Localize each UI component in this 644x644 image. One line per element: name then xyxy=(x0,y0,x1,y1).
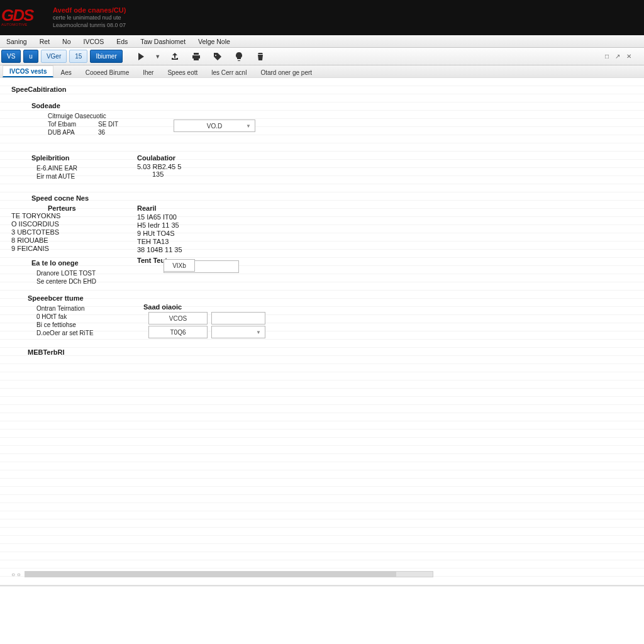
play-dropdown-icon[interactable]: ▼ xyxy=(153,48,163,65)
result-item: 38 104B 11 35 xyxy=(137,246,182,254)
menu-item-eds[interactable]: Eds xyxy=(111,36,133,47)
perteurs-item: O IISCORDIUS xyxy=(11,220,644,228)
bulb-icon[interactable] xyxy=(230,49,248,64)
tab-aes[interactable]: Aes xyxy=(53,67,78,77)
brand-line3: Leaomoolcnal tunrris 08.0 07 xyxy=(53,22,126,30)
brand-line2: certe le uninimated nud ute xyxy=(53,14,126,22)
status-row: ○ ○ xyxy=(0,570,644,579)
calibration-r1: 5.03 RB2.45 5 xyxy=(137,163,181,170)
maximize-icon[interactable]: ↗ xyxy=(615,53,620,60)
minimize-icon[interactable]: □ xyxy=(605,53,609,60)
trash-icon[interactable] xyxy=(251,49,270,64)
content: SpeeCabitiration Sodeade Citrnuige Oasec… xyxy=(0,78,644,600)
speed-tume-r2: 0 HOtT fak xyxy=(36,313,644,321)
chevron-down-icon: ▼ xyxy=(256,330,261,335)
sodeade-r1v: SE DIT xyxy=(98,120,136,128)
perteurs-item: 8 RIOUABE xyxy=(11,236,644,245)
print-icon[interactable] xyxy=(187,49,206,64)
eate-r1: Dranore LOTE TOST xyxy=(36,269,644,277)
result-item: H5 Iedr 11 35 xyxy=(137,221,182,230)
menu-item-ivcos[interactable]: IVCOS xyxy=(78,36,109,47)
font-teunes-right-input[interactable]: VIXb xyxy=(164,259,195,272)
menu-item-ret[interactable]: Ret xyxy=(35,36,55,47)
sodeade-r1k: Tof Etbam xyxy=(48,120,86,128)
toolbar-chip-u[interactable]: u xyxy=(23,50,38,63)
speed-tume-r4: D.oeOer ar set RiTE xyxy=(36,329,644,337)
status-icons: ○ ○ xyxy=(11,571,21,578)
export-icon[interactable] xyxy=(165,49,184,64)
window-controls: □ ↗ ✕ xyxy=(605,48,644,65)
toolbar: VS u VGer 15 Ibiumer ▼ □ ↗ ✕ xyxy=(0,48,644,65)
hscrollbar[interactable] xyxy=(25,571,433,577)
sodeade-r2k: DUB APA xyxy=(48,128,86,136)
section-calibration: Coulabatior xyxy=(137,154,181,162)
vod-select[interactable]: VO.D ▼ xyxy=(174,119,255,132)
speed-tume-r3: Bi ce fettiohse xyxy=(36,321,644,329)
brand-line1: Avedf ode cnanes/CU) xyxy=(53,6,126,14)
tab-les-cerr[interactable]: les Cerr acnl xyxy=(204,67,253,77)
tabstrip: IVCOS vests Aes Cooeed Birume Iher Spees… xyxy=(0,65,644,78)
section-eate: Ea te Io onege xyxy=(31,259,644,267)
toolbar-chip-vger[interactable]: VGer xyxy=(41,50,67,63)
section-mebterbri: MEBTerbRI xyxy=(28,348,644,356)
brand-text: Avedf ode cnanes/CU) certe le uninimated… xyxy=(53,6,126,30)
eate-r2: Se centere DCh EHD xyxy=(36,277,644,286)
section-result: Rearil xyxy=(137,204,182,212)
spleibrition-r2: Eir rnat AUTE xyxy=(36,172,644,180)
section-sodeade: Sodeade xyxy=(31,102,644,109)
section-saad-oiaoic: Saad oiaoic xyxy=(143,303,265,311)
perteurs-item: 9 FEICANIS xyxy=(11,245,644,253)
saad-dd-input[interactable]: ▼ xyxy=(211,326,265,338)
tab-cooeed[interactable]: Cooeed Birume xyxy=(79,67,136,77)
chevron-down-icon: ▼ xyxy=(246,123,251,129)
toolbar-chip-ibiumer[interactable]: Ibiumer xyxy=(90,50,122,63)
close-icon[interactable]: ✕ xyxy=(626,53,631,60)
result-item: TEH TA13 xyxy=(137,238,182,246)
menu-item-saning[interactable]: Saning xyxy=(1,36,32,47)
sodeade-line1: Citrnuige Oasecuotic xyxy=(48,112,644,120)
brand-logo-subtext: AUTOMOTIVE xyxy=(1,23,48,26)
tab-ivcos-vests[interactable]: IVCOS vests xyxy=(3,65,53,77)
menubar: Saning Ret No IVCOS Eds Taw Dashiomet Ve… xyxy=(0,35,644,48)
play-icon[interactable] xyxy=(131,49,150,64)
vod-select-value: VO.D xyxy=(207,123,222,130)
hscrollbar-thumb[interactable] xyxy=(25,572,396,577)
page-title: SpeeCabitiration xyxy=(11,86,644,93)
font-teunes-right-value: VIXb xyxy=(172,262,186,269)
saad-v1-value: VCOS xyxy=(169,315,187,322)
saad-v2-input[interactable]: T0Q6 xyxy=(148,326,208,338)
saad-v1-input[interactable]: VCOS xyxy=(148,312,208,325)
menu-item-no[interactable]: No xyxy=(57,36,75,47)
saad-v2-value: T0Q6 xyxy=(170,329,186,336)
tag-icon[interactable] xyxy=(208,49,227,64)
footer-pad xyxy=(0,586,644,600)
saad-blank-input[interactable] xyxy=(211,312,265,325)
toolbar-chip-15[interactable]: 15 xyxy=(69,50,87,63)
menu-item-velge[interactable]: Velge Nole xyxy=(193,36,235,47)
tab-iher[interactable]: Iher xyxy=(136,67,160,77)
spleibrition-r1: E-6.AINE EAR xyxy=(36,164,644,172)
tab-spees-eott[interactable]: Spees eott xyxy=(160,67,204,77)
result-item: 9 HUt TO4S xyxy=(137,230,182,238)
brand-logo-text: GDS xyxy=(1,9,48,22)
tab-otard[interactable]: Otard oner ge pert xyxy=(253,67,319,77)
perteurs-item: 3 UBCTOTEBS xyxy=(11,228,644,236)
toolbar-chip-vs[interactable]: VS xyxy=(1,50,21,63)
calibration-r2: 135 xyxy=(152,170,181,178)
sodeade-r2v: 36 xyxy=(98,128,136,136)
brand-banner: GDS AUTOMOTIVE Avedf ode cnanes/CU) cert… xyxy=(0,0,644,35)
menu-item-dashiomet[interactable]: Taw Dashiomet xyxy=(135,36,191,47)
section-spleibrition: Spleibrition xyxy=(31,154,644,162)
section-speed-cocne: Speed cocne Nes xyxy=(31,194,644,202)
perteurs-item: TE TORYOKNS xyxy=(11,212,644,220)
brand-logo: GDS AUTOMOTIVE xyxy=(1,3,48,33)
speed-tume-r1: Ontran Teirnation xyxy=(36,304,644,313)
section-speed-tume: Speeebcer ttume xyxy=(28,294,644,302)
result-item: 15 IA65 IT00 xyxy=(137,213,182,221)
